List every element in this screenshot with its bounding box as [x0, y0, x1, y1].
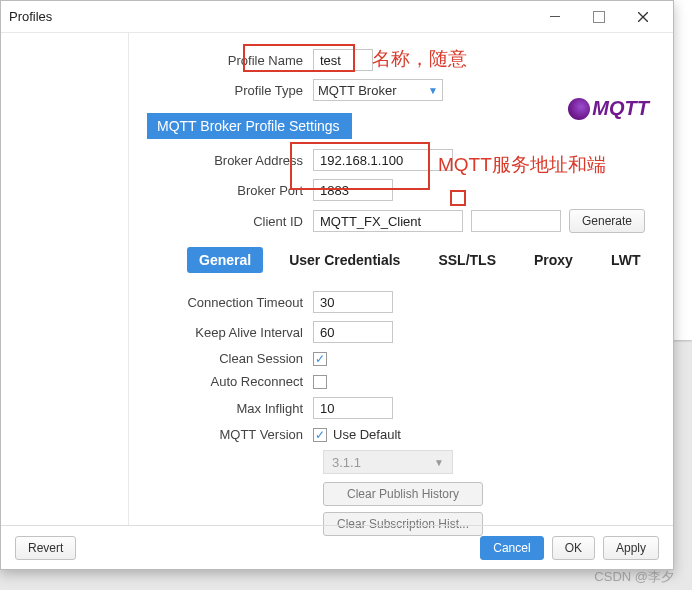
broker-port-input[interactable] [313, 179, 393, 201]
tabs: General User Credentials SSL/TLS Proxy L… [187, 247, 655, 273]
keep-alive-input[interactable] [313, 321, 393, 343]
minimize-button[interactable] [533, 3, 577, 31]
tab-ssl-tls[interactable]: SSL/TLS [426, 247, 508, 273]
client-id-extra-input[interactable] [471, 210, 561, 232]
client-id-input[interactable] [313, 210, 463, 232]
auto-reconnect-checkbox[interactable] [313, 375, 327, 389]
connection-timeout-input[interactable] [313, 291, 393, 313]
broker-port-label: Broker Port [147, 183, 313, 198]
max-inflight-label: Max Inflight [147, 401, 313, 416]
titlebar: Profiles [1, 1, 673, 33]
auto-reconnect-label: Auto Reconnect [147, 374, 313, 389]
broker-address-label: Broker Address [147, 153, 313, 168]
revert-button[interactable]: Revert [15, 536, 76, 560]
ok-button[interactable]: OK [552, 536, 595, 560]
tab-lwt[interactable]: LWT [599, 247, 653, 273]
window-title: Profiles [9, 9, 52, 24]
tab-proxy[interactable]: Proxy [522, 247, 585, 273]
maximize-button[interactable] [577, 3, 621, 31]
broker-settings-header: MQTT Broker Profile Settings [147, 113, 352, 139]
profiles-dialog: Profiles Profile Name Profile Type MQTT … [0, 0, 674, 570]
clean-session-label: Clean Session [147, 351, 313, 366]
dialog-footer: Revert Cancel OK Apply [1, 525, 673, 569]
close-button[interactable] [621, 3, 665, 31]
broker-address-input[interactable] [313, 149, 453, 171]
keep-alive-label: Keep Alive Interval [147, 325, 313, 340]
max-inflight-input[interactable] [313, 397, 393, 419]
client-id-label: Client ID [147, 214, 313, 229]
profile-type-select[interactable]: MQTT Broker ▼ [313, 79, 443, 101]
use-default-label: Use Default [333, 427, 401, 442]
mqtt-logo: MQTT [568, 97, 649, 120]
mqtt-logo-icon [568, 98, 590, 120]
profile-type-value: MQTT Broker [318, 83, 397, 98]
profiles-list-panel [1, 33, 129, 525]
profile-type-label: Profile Type [147, 83, 313, 98]
chevron-down-icon: ▼ [434, 457, 444, 468]
generate-button[interactable]: Generate [569, 209, 645, 233]
use-default-checkbox[interactable] [313, 428, 327, 442]
clean-session-checkbox[interactable] [313, 352, 327, 366]
apply-button[interactable]: Apply [603, 536, 659, 560]
tab-general[interactable]: General [187, 247, 263, 273]
watermark: CSDN @李夕 [594, 568, 674, 586]
clear-publish-history-button[interactable]: Clear Publish History [323, 482, 483, 506]
mqtt-version-label: MQTT Version [147, 427, 313, 442]
chevron-down-icon: ▼ [428, 85, 438, 96]
connection-timeout-label: Connection Timeout [147, 295, 313, 310]
profile-name-input[interactable] [313, 49, 373, 71]
cancel-button[interactable]: Cancel [480, 536, 543, 560]
mqtt-version-value: 3.1.1 [332, 455, 361, 470]
profile-name-label: Profile Name [147, 53, 313, 68]
mqtt-version-select: 3.1.1 ▼ [323, 450, 453, 474]
mqtt-logo-text: MQTT [592, 97, 649, 120]
tab-user-credentials[interactable]: User Credentials [277, 247, 412, 273]
